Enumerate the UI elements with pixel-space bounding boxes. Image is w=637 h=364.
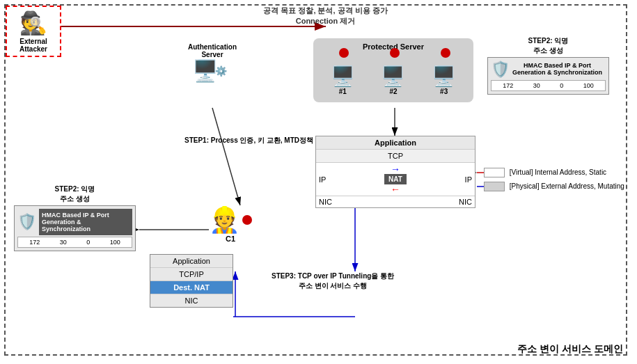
red-arrow-left: ←: [391, 184, 400, 194]
diagram-container: 🕵️ ExternalAttacker 공격 목표 정찰, 분석, 공격 비용 …: [0, 0, 637, 364]
server-num-3: #3: [432, 88, 456, 95]
shield-icon-left: 🛡️: [17, 213, 36, 231]
c1-red-badge: [242, 215, 252, 225]
attacker-icon: 🕵️: [10, 10, 57, 36]
server-2: 🖥️ #2: [381, 54, 405, 95]
nat-row: IP → NAT ← IP: [316, 163, 475, 196]
nat-arrows: → NAT ←: [384, 164, 407, 194]
ip-numbers-right: 172 30 0 100: [491, 80, 606, 91]
server-1: 🖥️ #1: [331, 54, 355, 95]
client-tcpip-layer: TCP/IP: [150, 268, 233, 281]
client-nic-layer: NIC: [150, 294, 233, 307]
hmac-title-right: HMAC Based IP & PortGeneration & Synchro…: [512, 62, 602, 76]
app-layer-right: Application: [316, 136, 475, 150]
network-layers-right: Application TCP IP → NAT ← IP NIC NIC: [315, 136, 475, 208]
external-attacker-box: 🕵️ ExternalAttacker: [6, 6, 61, 57]
tcp-layer-right: TCP: [316, 150, 475, 163]
gear-icon: ⚙️: [215, 65, 227, 77]
red-badge-1: [339, 48, 349, 58]
nic-left: NIC: [319, 198, 332, 206]
shield-icon-right: 🛡️: [491, 61, 510, 79]
ip-right: IP: [465, 175, 472, 184]
server-tower-1: 🖥️: [331, 65, 355, 88]
server-3: 🖥️ #3: [432, 54, 456, 95]
bottom-domain-label: 주소 변이 서비스 도메인: [517, 343, 623, 356]
physical-box-icon: [484, 182, 505, 191]
virtual-address-row: [Virtual] Internal Address, Static: [484, 167, 624, 178]
step2-left-label: STEP2: 익명주소 생성: [14, 184, 136, 204]
client-stack: Application TCP/IP Dest. NAT NIC: [150, 254, 233, 308]
person-icon: 👷: [209, 205, 240, 234]
step2-left: STEP2: 익명주소 생성 🛡️ HMAC Based IP & PortGe…: [14, 184, 136, 251]
step2-right-label: STEP2: 익명주소 생성: [487, 36, 609, 56]
c1-label: C1: [209, 235, 252, 243]
hmac-box-left: 🛡️ HMAC Based IP & PortGeneration & Sync…: [14, 205, 136, 251]
physical-address-row: [Physical] External Address, Mutating: [484, 181, 624, 192]
hmac-box-right: 🛡️ HMAC Based IP & PortGeneration & Sync…: [487, 57, 609, 95]
ip-numbers-left: 172 30 0 100: [17, 237, 132, 248]
nic-right: NIC: [459, 198, 472, 206]
attack-label: 공격 목표 정찰, 분석, 공격 비용 증가 Connection 제거: [139, 6, 512, 26]
red-badge-2: [390, 48, 400, 58]
client-dest-nat-layer: Dest. NAT: [150, 281, 233, 294]
red-badge-3: [441, 48, 450, 58]
ip-left: IP: [319, 175, 326, 184]
server-icon: 🖥️: [192, 59, 218, 82]
auth-server: AuthenticationServer 🖥️ ⚙️: [174, 43, 251, 83]
step3-label: STEP3: TCP over IP Tunneling을 통한주소 변이 서비…: [272, 271, 394, 291]
hmac-left-header: 🛡️ HMAC Based IP & PortGeneration & Sync…: [17, 209, 132, 235]
server-tower-2: 🖥️: [381, 65, 405, 88]
physical-address-text: [Physical] External Address, Mutating: [510, 182, 624, 190]
attacker-label: ExternalAttacker: [10, 38, 57, 53]
hmac-title-left: HMAC Based IP & PortGeneration & Synchro…: [39, 209, 132, 235]
blue-arrow-right: →: [391, 164, 400, 174]
virtual-box-icon: [484, 168, 505, 177]
address-legend: [Virtual] Internal Address, Static [Phys…: [484, 167, 624, 192]
svg-line-7: [212, 108, 240, 205]
server-icons: 🖥️ #1 🖥️ #2 🖥️ #3: [317, 54, 469, 95]
server-tower-3: 🖥️: [432, 65, 456, 88]
server-num-2: #2: [381, 88, 405, 95]
virtual-address-text: [Virtual] Internal Address, Static: [510, 168, 606, 176]
nic-row: NIC NIC: [316, 196, 475, 207]
client-app-layer: Application: [150, 255, 233, 268]
step1-label: STEP1: Process 인증, 키 교환, MTD정책 교환: [184, 136, 329, 145]
server-num-1: #1: [331, 88, 355, 95]
hmac-header-right: 🛡️ HMAC Based IP & PortGeneration & Sync…: [491, 61, 606, 79]
protected-server-box: Protected Server 🖥️ #1 🖥️ #2 🖥️ #3: [313, 38, 473, 102]
nat-box: NAT: [384, 174, 407, 184]
c1-person: 👷 C1: [209, 205, 252, 243]
step2-right: STEP2: 익명주소 생성 🛡️ HMAC Based IP & PortGe…: [487, 36, 609, 95]
auth-server-title: AuthenticationServer: [174, 43, 251, 58]
